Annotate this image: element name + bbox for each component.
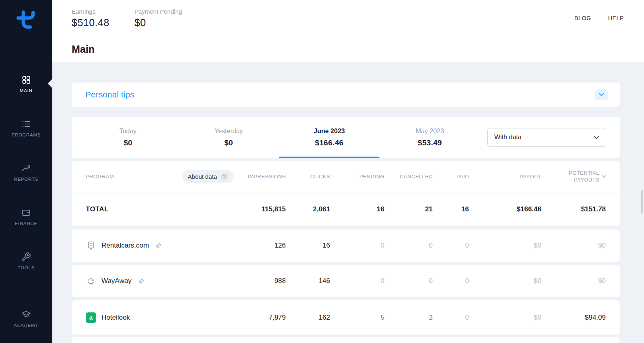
help-circle-icon: ? — [221, 173, 228, 180]
col-payout: PAYOUT — [469, 174, 541, 180]
row-impressions: 7,879 — [229, 314, 286, 322]
title-bar: Main — [52, 36, 644, 62]
tab-label: Yesterday — [215, 128, 243, 135]
row-paid: 0 — [433, 242, 469, 250]
total-payout: $166.46 — [469, 205, 541, 213]
sidebar-item-label: ACADEMY — [14, 323, 38, 328]
tab-yesterday[interactable]: Yesterday $0 — [178, 117, 279, 158]
row-payout: $0 — [469, 277, 541, 285]
program-name[interactable]: Hotellook — [101, 314, 130, 322]
hotellook-program-icon: a — [86, 312, 96, 323]
col-cancelled: CANCELLED — [384, 174, 433, 180]
row-cancelled: 2 — [384, 314, 433, 322]
col-program: PROGRAM — [86, 174, 114, 180]
payment-pending-value: $0 — [134, 17, 182, 29]
row-clicks: 146 — [286, 277, 330, 285]
list-icon — [21, 119, 31, 129]
total-clicks: 2,061 — [286, 205, 330, 213]
program-name[interactable]: Rentalcars.com — [101, 242, 149, 250]
pin-icon[interactable] — [155, 242, 162, 249]
row-paid: 0 — [433, 277, 469, 285]
wallet-icon — [21, 208, 31, 217]
period-tabs-panel: Today $0 Yesterday $0 June 2023 $166.46 … — [72, 117, 620, 158]
table-row[interactable]: Rentalcars.com 126 16 0 0 0 $0 $0 — [72, 229, 620, 262]
blog-link[interactable]: BLOG — [574, 15, 591, 21]
program-name[interactable]: WayAway — [101, 277, 132, 285]
row-clicks: 162 — [286, 314, 330, 322]
sidebar-divider — [17, 290, 35, 290]
with-data-select[interactable]: With data — [487, 128, 606, 147]
row-pending: 0 — [330, 242, 384, 250]
rentalcars-program-icon — [86, 240, 96, 251]
total-cancelled: 21 — [384, 205, 433, 213]
table-summary-card: PROGRAM About data ? IMPRESSIONS CLICKS … — [72, 161, 620, 226]
help-link[interactable]: HELP — [608, 15, 624, 21]
vertical-scrollbar-thumb[interactable] — [641, 190, 643, 213]
col-potential-payouts: POTENTIAL PAYOUTS — [564, 170, 599, 184]
pin-icon[interactable] — [138, 278, 144, 284]
tab-today[interactable]: Today $0 — [78, 117, 178, 158]
personal-tips-toggle-button[interactable] — [595, 89, 608, 100]
sidebar-item-finance[interactable]: FINANCE — [0, 201, 52, 232]
with-data-selected-value: With data — [494, 134, 522, 141]
payment-pending-label: Payment Pending — [134, 8, 182, 15]
sidebar-nav: MAIN PROGRAMS REPORTS — [0, 68, 52, 343]
personal-tips-panel: Personal tips — [72, 83, 620, 107]
chevron-down-icon — [594, 136, 599, 139]
total-impressions: 115,815 — [229, 205, 286, 213]
sidebar-item-label: TOOLS — [18, 265, 35, 270]
tab-value: $166.46 — [315, 138, 344, 147]
page-title: Main — [72, 43, 95, 55]
tab-value: $0 — [124, 138, 132, 147]
col-clicks: CLICKS — [286, 174, 330, 180]
row-potential: $94.09 — [541, 314, 620, 322]
col-impressions: IMPRESSIONS — [229, 174, 286, 180]
tab-value: $53.49 — [418, 138, 442, 147]
col-paid: PAID — [433, 174, 469, 180]
total-pending: 16 — [330, 205, 384, 213]
app-root: MAIN PROGRAMS REPORTS — [0, 0, 644, 343]
row-potential: $0 — [541, 242, 620, 250]
row-potential: $0 — [541, 277, 620, 285]
chart-trend-icon — [21, 163, 31, 173]
row-paid: 0 — [433, 314, 469, 322]
sidebar-item-tools[interactable]: TOOLS — [0, 246, 52, 276]
table-row[interactable]: WayAway 988 146 0 0 0 $0 $0 — [72, 265, 620, 297]
tab-label: May 2023 — [416, 128, 444, 135]
sidebar-item-main[interactable]: MAIN — [0, 68, 52, 99]
row-pending: 5 — [330, 314, 384, 322]
tab-label: June 2023 — [314, 128, 345, 135]
next-row-partial — [72, 337, 620, 343]
wayaway-program-icon — [86, 276, 96, 286]
travelpayouts-logo-icon — [14, 9, 38, 32]
col-potential-payouts-sort[interactable]: POTENTIAL PAYOUTS — [541, 170, 620, 184]
total-paid: 16 — [433, 205, 469, 213]
sidebar-item-label: MAIN — [20, 88, 33, 93]
sidebar-item-programs[interactable]: PROGRAMS — [0, 113, 52, 143]
brand-logo[interactable] — [14, 9, 38, 32]
graduation-cap-icon — [21, 310, 31, 319]
main-content: Personal tips Today $0 Yesterday $0 June… — [52, 63, 644, 343]
about-data-label: About data — [188, 173, 217, 180]
payment-pending-stat: Payment Pending $0 — [134, 8, 182, 29]
earnings-label: Earnings — [72, 8, 109, 15]
table-row[interactable]: a Hotellook 7,879 162 5 2 0 $0 $94.09 — [72, 300, 620, 335]
dashboard-grid-icon — [21, 75, 31, 85]
row-payout: $0 — [469, 242, 541, 250]
total-label: TOTAL — [86, 205, 229, 213]
row-clicks: 16 — [286, 242, 330, 250]
table-header-row: PROGRAM About data ? IMPRESSIONS CLICKS … — [72, 161, 620, 192]
total-potential: $151.78 — [541, 205, 620, 213]
row-impressions: 988 — [229, 277, 286, 285]
row-cancelled: 0 — [384, 277, 433, 285]
tab-june-2023[interactable]: June 2023 $166.46 — [279, 117, 380, 158]
sidebar-item-academy[interactable]: ACADEMY — [0, 303, 52, 334]
tab-may-2023[interactable]: May 2023 $53.49 — [380, 117, 480, 158]
sidebar-item-reports[interactable]: REPORTS — [0, 157, 52, 188]
wrench-icon — [21, 252, 31, 262]
row-pending: 0 — [330, 277, 384, 285]
chevron-down-icon — [599, 93, 604, 96]
about-data-badge[interactable]: About data ? — [182, 170, 233, 183]
table-total-row: TOTAL 115,815 2,061 16 21 16 $166.46 $15… — [72, 192, 620, 226]
tab-label: Today — [120, 128, 137, 135]
